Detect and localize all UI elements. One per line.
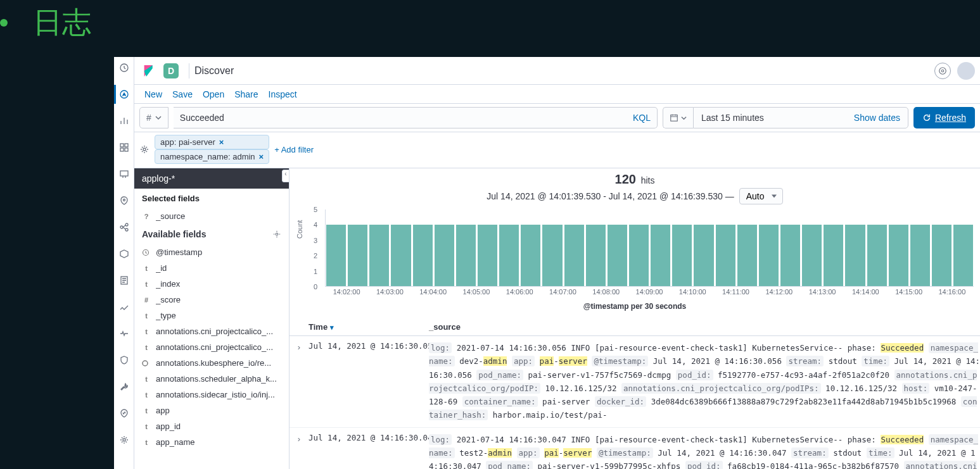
filter-settings-icon[interactable] (139, 144, 150, 154)
chart-xaxis: 14:02:0014:03:0014:04:0014:05:0014:06:00… (325, 288, 974, 298)
chart-bar[interactable] (499, 225, 519, 286)
newsfeed-icon[interactable] (934, 63, 951, 79)
field-item[interactable]: t_type (134, 308, 289, 323)
field-item[interactable]: tapp_id (134, 418, 289, 434)
field-item[interactable]: tannotations.sidecar_istio_io/inj... (134, 387, 289, 403)
chart-bar[interactable] (716, 225, 735, 286)
chart-bar[interactable] (651, 225, 670, 286)
chart-bar[interactable] (629, 225, 649, 286)
menu-new[interactable]: New (144, 89, 162, 99)
chart-bar[interactable] (867, 225, 887, 286)
refresh-button[interactable]: Refresh (913, 107, 975, 128)
siem-icon[interactable] (118, 354, 130, 366)
add-filter-link[interactable]: + Add filter (274, 145, 314, 154)
col-time-header[interactable]: Time ▾ (309, 322, 429, 332)
interval-select[interactable]: Auto (739, 188, 783, 204)
index-pattern-select[interactable]: applog-* (134, 168, 289, 189)
chart-bar[interactable] (780, 225, 800, 286)
menu-share[interactable]: Share (234, 89, 258, 99)
chart-bar[interactable] (672, 225, 692, 286)
remove-filter-icon[interactable]: × (259, 152, 264, 161)
management-icon[interactable] (118, 434, 130, 446)
chart-bar[interactable] (953, 225, 973, 286)
svg-rect-6 (120, 171, 128, 176)
chart-bar[interactable] (564, 225, 584, 286)
visualize-icon[interactable] (118, 115, 130, 127)
space-badge[interactable]: D (163, 63, 179, 78)
svg-point-19 (143, 361, 148, 366)
apm-icon[interactable] (118, 301, 130, 313)
field-type-icon: t (142, 407, 151, 415)
chart-bar[interactable] (889, 225, 908, 286)
filter-pill[interactable]: app: pai-server× (155, 135, 269, 149)
chart-bar[interactable] (824, 225, 843, 286)
chart-bar[interactable] (348, 225, 367, 286)
chart-bar[interactable] (932, 225, 951, 286)
field-item[interactable]: tapp_name (134, 434, 289, 450)
chart-bar[interactable] (737, 225, 757, 286)
menu-inspect[interactable]: Inspect (269, 89, 297, 99)
chart-bar[interactable] (326, 225, 346, 286)
collapse-panel-button[interactable]: ‹ (282, 170, 290, 182)
chart-bar[interactable] (478, 225, 497, 286)
devtools-icon[interactable] (118, 381, 130, 392)
remove-filter-icon[interactable]: × (219, 137, 224, 147)
chart-bar[interactable] (391, 225, 410, 286)
show-dates-link[interactable]: Show dates (854, 113, 900, 123)
expand-row-button[interactable]: › (290, 433, 309, 444)
chart-bar[interactable] (802, 225, 822, 286)
user-avatar[interactable] (957, 62, 975, 80)
field-item[interactable]: tapp (134, 403, 289, 418)
chart-bar[interactable] (608, 225, 627, 286)
field-item[interactable]: tannotations.scheduler_alpha_k... (134, 371, 289, 387)
chart-xlabel: @timestamp per 30 seconds (290, 302, 980, 311)
recent-icon[interactable] (118, 62, 130, 73)
range-line: Jul 14, 2021 @ 14:01:39.530 - Jul 14, 20… (290, 188, 980, 209)
logs-icon[interactable] (118, 275, 130, 286)
chart-bar[interactable] (759, 225, 779, 286)
chart-bar[interactable] (435, 225, 454, 286)
field-item[interactable]: t_id (134, 260, 289, 276)
query-language-select[interactable]: # (139, 107, 169, 128)
metrics-icon[interactable] (118, 248, 130, 260)
field-item[interactable]: tannotations.cni_projectcalico_... (134, 323, 289, 339)
ml-icon[interactable] (118, 222, 130, 233)
chart-bar[interactable] (542, 225, 562, 286)
chart-bar[interactable] (521, 225, 540, 286)
expand-row-button[interactable]: › (290, 341, 309, 352)
field-name: app (156, 406, 170, 415)
field-item[interactable]: t_index (134, 276, 289, 292)
monitoring-icon[interactable] (118, 408, 130, 419)
filter-pill[interactable]: namespace_name: admin× (155, 149, 269, 164)
available-fields-title: Available fields (142, 229, 206, 239)
field-item[interactable]: annotations.kubesphere_io/re... (134, 355, 289, 371)
chart-bar[interactable] (694, 225, 713, 286)
calendar-button[interactable] (663, 107, 693, 128)
query-input[interactable]: Succeeded KQL (174, 107, 658, 128)
col-source-header[interactable]: _source (429, 322, 980, 332)
chart-bar[interactable] (369, 225, 389, 286)
doc-table: Time ▾ _source ›Jul 14, 2021 @ 14:16:30.… (290, 318, 980, 469)
chart-bar[interactable] (456, 225, 476, 286)
fields-settings-icon[interactable] (272, 230, 281, 239)
histogram-chart[interactable]: Count 012345 14:02:0014:03:0014:04:0014:… (302, 209, 974, 298)
chart-bar[interactable] (845, 225, 865, 286)
kql-label[interactable]: KQL (633, 113, 651, 123)
menu-open[interactable]: Open (203, 89, 224, 99)
kibana-logo[interactable] (143, 65, 155, 77)
chart-bar[interactable] (910, 225, 930, 286)
date-display[interactable]: Last 15 minutes Show dates (693, 107, 908, 128)
chart-bar[interactable] (586, 225, 606, 286)
menu-save[interactable]: Save (172, 89, 193, 99)
canvas-icon[interactable] (118, 168, 130, 180)
field-item[interactable]: #_score (134, 292, 289, 308)
discover-icon[interactable] (118, 89, 130, 100)
dashboard-icon[interactable] (118, 142, 130, 153)
maps-icon[interactable] (118, 195, 130, 206)
field-item[interactable]: @timestamp (134, 244, 289, 260)
field-item[interactable]: tannotations.cni_projectcalico_... (134, 339, 289, 355)
field-item[interactable]: ?_source (134, 208, 289, 224)
uptime-icon[interactable] (118, 328, 130, 339)
svg-point-9 (125, 223, 128, 226)
chart-bar[interactable] (413, 225, 433, 286)
